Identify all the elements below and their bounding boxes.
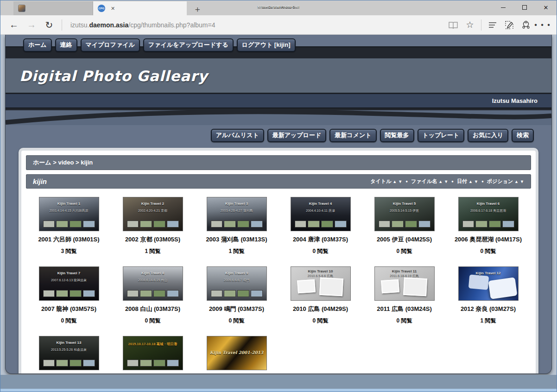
video-thumbnail[interactable]: Kijin Travel 8 2008.6.14-6.15 白山 (123, 266, 183, 301)
thumbnail-overlay-title: Kijin Travel 6 (459, 202, 518, 206)
favorites-star-icon[interactable]: ☆ (462, 17, 478, 33)
video-thumbnail[interactable]: Kijin Travel 2001-2013 (207, 336, 267, 370)
thumbnail-overlay-subtitle: 2002.4.20-4.21 京都 (123, 209, 183, 213)
menu-button-トップレート[interactable]: トップレート (418, 129, 465, 142)
view-count: 0 閲覧 (195, 317, 278, 325)
thumbnail-grid: Kijin Travel 1 2001.4.14-4.15 六呂師高原 2001… (26, 189, 531, 374)
web-note-icon[interactable] (501, 17, 518, 33)
thumbnail-overlay-subtitle: 2006.6.17-6.18 奥琵琶湖 (459, 209, 518, 213)
view-count: 1 閲覧 (111, 247, 195, 255)
album-file-card: 2015.10.17-10.18 葛城・明日香 2015 葛城・明日香 (06M… (111, 336, 195, 374)
menu-button-検索[interactable]: 検索 (512, 129, 534, 142)
back-icon[interactable]: ← (6, 17, 22, 33)
video-thumbnail[interactable]: Kijin Travel 9 2009.6.6-6.7 鳴門 (207, 266, 267, 301)
sort-desc-icon[interactable]: ▼ (520, 179, 524, 184)
sort-key-label[interactable]: ファイル名 (411, 178, 437, 184)
sort-desc-icon[interactable]: ▼ (398, 179, 402, 184)
tab-title: kijin - Digital Photo Gall (0, 5, 557, 9)
album-file-card: Kijin Travel 10 2010.6.5-6.6 広島 2010 広島 … (278, 266, 362, 325)
site-nav: ホーム連絡マイプロファイルファイルをアップロードするログアウト [kijin] (6, 35, 551, 52)
more-actions-icon[interactable]: • • • (534, 17, 551, 33)
refresh-icon[interactable]: ↻ (41, 17, 57, 33)
album-file-card: Kijin Travel 2 2002.4.20-4.21 京都 2002 京都… (111, 197, 195, 255)
sort-key-label[interactable]: 日付 (457, 178, 467, 184)
video-thumbnail[interactable]: Kijin Travel 12 (458, 266, 519, 301)
album-file-card: Kijin Travel 8 2008.6.14-6.15 白山 2008 白山… (111, 266, 195, 325)
content-panel: ホーム > video > kijin kijin タイトル ▲ ▼●ファイル名… (19, 148, 538, 374)
tab-kijin-gallery[interactable]: CPG kijin - Digital Photo Gall ✕ (93, 1, 187, 15)
browser-window: Izutsu's Web site 3 CPG kijin - Digital … (0, 0, 557, 392)
file-caption: 2004 唐津 (03M37S) (278, 235, 362, 244)
nav-button-ログアウト [kijin][interactable]: ログアウト [kijin] (237, 38, 296, 52)
file-caption: 2009 鳴門 (03M37S) (195, 305, 278, 313)
sort-key-label[interactable]: タイトル (370, 178, 391, 184)
thumbnail-overlay-subtitle: 2013.5.25-5.26 和倉温泉 (39, 348, 99, 352)
thumbnail-overlay-title: Kijin Travel 7 (39, 271, 99, 275)
sort-desc-icon[interactable]: ▼ (444, 179, 448, 184)
video-thumbnail[interactable]: Kijin Travel 1 2001.4.14-4.15 六呂師高原 (39, 197, 99, 231)
nav-button-連絡[interactable]: 連絡 (55, 38, 77, 52)
view-count: 0 閲覧 (362, 317, 446, 325)
address-bar[interactable]: izutsu.daemon.asia/cpg/thumbnails.php?al… (67, 21, 443, 29)
share-icon[interactable] (518, 17, 534, 33)
site-title: Digital Photo Galleary (19, 68, 551, 84)
sort-group: ファイル名 ▲ ▼ (411, 178, 448, 185)
video-thumbnail[interactable]: Kijin Travel 2 2002.4.20-4.21 京都 (123, 197, 183, 231)
hub-icon[interactable] (484, 17, 501, 33)
thumbnail-overlay-title: Kijin Travel 8 (123, 271, 183, 275)
album-file-card: Kijin Travel 1 2001.4.14-4.15 六呂師高原 2001… (27, 197, 111, 255)
file-caption: 2002 京都 (03M05S) (111, 235, 195, 244)
view-count: 0 閲覧 (27, 317, 111, 325)
thumbnail-overlay-title: Kijin Travel 13 (39, 341, 99, 345)
toolbar-divider (62, 19, 62, 31)
thumbnail-filmstrip (211, 290, 263, 297)
thumbnail-filmstrip (127, 290, 179, 297)
file-caption: 2007 龍神 (03M57S) (27, 305, 111, 313)
thumbnail-overlay-subtitle: 2005.5.14-5.15 伊豆 (375, 209, 434, 213)
video-thumbnail[interactable]: Kijin Travel 3 2003.4.26-4.27 蒲刈島 (207, 197, 267, 231)
thumbnail-overlay-subtitle: 2009.6.6-6.7 鳴門 (207, 278, 266, 283)
video-thumbnail[interactable]: Kijin Travel 7 2007.6.12-6.13 龍神温泉 (39, 266, 99, 301)
nav-button-ホーム[interactable]: ホーム (23, 38, 52, 52)
page-viewport: ホーム連絡マイプロファイルファイルをアップロードするログアウト [kijin] … (0, 35, 557, 392)
video-thumbnail[interactable]: 2015.10.17-10.18 葛城・明日香 (123, 336, 183, 370)
view-count: 1 閲覧 (195, 247, 278, 255)
video-thumbnail[interactable]: Kijin Travel 5 2005.5.14-5.15 伊豆 (374, 197, 435, 231)
menu-button-最新アップロード[interactable]: 最新アップロード (267, 129, 327, 142)
menu-button-アルバムリスト[interactable]: アルバムリスト (211, 129, 264, 142)
breadcrumb[interactable]: ホーム > video > kijin (26, 155, 531, 170)
sort-asc-icon[interactable]: ▲ (468, 179, 473, 184)
album-file-card: Kijin Travel 5 2005.5.14-5.15 伊豆 2005 伊豆… (362, 197, 446, 255)
sort-key-label[interactable]: ポジション (487, 178, 513, 184)
thumbnail-overlay-title: Kijin Travel 9 (207, 271, 266, 275)
sort-group: 日付 ▲ ▼ (457, 178, 478, 185)
thumbnail-filmstrip (43, 290, 95, 297)
sort-asc-icon[interactable]: ▲ (514, 179, 519, 184)
sort-desc-icon[interactable]: ▼ (474, 179, 478, 184)
user-bar: Izutsu Masahiro (6, 94, 551, 108)
nav-button-マイプロファイル[interactable]: マイプロファイル (81, 38, 140, 52)
video-thumbnail[interactable]: Kijin Travel 4 2004.4.10-4.11 唐津 (291, 197, 351, 231)
file-caption: 2008 白山 (03M37S) (111, 305, 195, 313)
video-thumbnail[interactable]: Kijin Travel 13 2013.5.25-5.26 和倉温泉 (39, 336, 99, 370)
thumbnail-overlay-title: Kijin Travel 2001-2013 (207, 350, 266, 355)
view-count: 0 閲覧 (446, 247, 530, 255)
thumbnail-filmstrip (127, 221, 179, 228)
nav-button-ファイルをアップロードする[interactable]: ファイルをアップロードする (143, 38, 234, 52)
album-file-card: Kijin Travel 7 2007.6.12-6.13 龍神温泉 2007 … (27, 266, 111, 325)
video-thumbnail[interactable]: Kijin Travel 11 2011.6.18-6.19 広島 (374, 266, 435, 301)
sort-asc-icon[interactable]: ▲ (392, 179, 397, 184)
menu-button-最新コメント[interactable]: 最新コメント (329, 129, 376, 142)
view-count: 0 閲覧 (111, 317, 195, 325)
menu-button-閲覧最多[interactable]: 閲覧最多 (380, 129, 414, 142)
reading-view-icon[interactable] (445, 17, 462, 33)
album-file-card: Kijin Travel 6 2006.6.17-6.18 奥琵琶湖 2006 … (446, 197, 530, 255)
menu-button-お気に入り[interactable]: お気に入り (468, 129, 508, 142)
video-thumbnail[interactable]: Kijin Travel 10 2010.6.5-6.6 広島 (291, 266, 351, 301)
sort-asc-icon[interactable]: ▲ (438, 179, 443, 184)
forward-icon[interactable]: → (24, 17, 39, 33)
album-file-card: Kijin Travel 4 2004.4.10-4.11 唐津 2004 唐津… (278, 197, 362, 255)
thumbnail-overlay-subtitle: 2008.6.14-6.15 白山 (123, 278, 183, 283)
video-thumbnail[interactable]: Kijin Travel 6 2006.6.17-6.18 奥琵琶湖 (458, 197, 519, 231)
thumbnail-overlay-subtitle: 2010.6.5-6.6 広島 (291, 274, 350, 278)
